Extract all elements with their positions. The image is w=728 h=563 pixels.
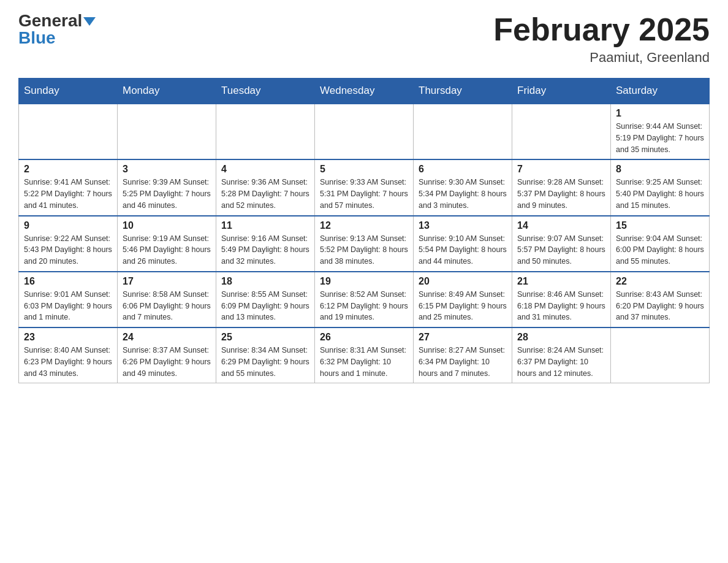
logo-triangle-icon — [83, 17, 96, 26]
calendar-cell: 4Sunrise: 9:36 AM Sunset: 5:28 PM Daylig… — [216, 159, 315, 215]
day-number: 10 — [123, 220, 211, 231]
day-info: Sunrise: 8:43 AM Sunset: 6:20 PM Dayligh… — [616, 289, 704, 323]
calendar-cell: 9Sunrise: 9:22 AM Sunset: 5:43 PM Daylig… — [19, 216, 118, 272]
day-number: 24 — [123, 332, 211, 343]
day-number: 21 — [517, 276, 605, 287]
calendar-cell: 17Sunrise: 8:58 AM Sunset: 6:06 PM Dayli… — [118, 272, 216, 327]
calendar-cell — [19, 104, 118, 159]
header-row: SundayMondayTuesdayWednesdayThursdayFrid… — [19, 79, 710, 104]
day-info: Sunrise: 9:41 AM Sunset: 5:22 PM Dayligh… — [24, 177, 112, 211]
day-number: 12 — [320, 220, 408, 231]
header-day-sunday: Sunday — [19, 79, 118, 104]
month-title: February 2025 — [493, 12, 710, 47]
week-row-2: 9Sunrise: 9:22 AM Sunset: 5:43 PM Daylig… — [19, 216, 710, 272]
week-row-0: 1Sunrise: 9:44 AM Sunset: 5:19 PM Daylig… — [19, 104, 710, 159]
calendar-cell: 3Sunrise: 9:39 AM Sunset: 5:25 PM Daylig… — [118, 159, 216, 215]
day-info: Sunrise: 9:39 AM Sunset: 5:25 PM Dayligh… — [123, 177, 211, 211]
title-block: February 2025 Paamiut, Greenland — [493, 12, 710, 66]
day-number: 28 — [517, 332, 605, 343]
header-day-friday: Friday — [512, 79, 611, 104]
day-number: 19 — [320, 276, 408, 287]
day-info: Sunrise: 8:40 AM Sunset: 6:23 PM Dayligh… — [24, 345, 112, 379]
day-number: 6 — [419, 164, 507, 175]
day-info: Sunrise: 9:36 AM Sunset: 5:28 PM Dayligh… — [221, 177, 309, 211]
calendar-cell: 2Sunrise: 9:41 AM Sunset: 5:22 PM Daylig… — [19, 159, 118, 215]
day-info: Sunrise: 9:04 AM Sunset: 6:00 PM Dayligh… — [616, 233, 704, 267]
day-number: 22 — [616, 276, 704, 287]
calendar-cell: 19Sunrise: 8:52 AM Sunset: 6:12 PM Dayli… — [315, 272, 414, 327]
day-info: Sunrise: 8:49 AM Sunset: 6:15 PM Dayligh… — [419, 289, 507, 323]
day-number: 23 — [24, 332, 112, 343]
header-day-thursday: Thursday — [414, 79, 512, 104]
day-number: 26 — [320, 332, 408, 343]
logo-general-text: General — [18, 11, 82, 30]
calendar-cell — [118, 104, 216, 159]
calendar-cell: 20Sunrise: 8:49 AM Sunset: 6:15 PM Dayli… — [414, 272, 512, 327]
day-number: 9 — [24, 220, 112, 231]
day-number: 11 — [221, 220, 309, 231]
calendar-cell: 22Sunrise: 8:43 AM Sunset: 6:20 PM Dayli… — [611, 272, 710, 327]
day-number: 27 — [419, 332, 507, 343]
calendar-cell: 13Sunrise: 9:10 AM Sunset: 5:54 PM Dayli… — [414, 216, 512, 272]
week-row-4: 23Sunrise: 8:40 AM Sunset: 6:23 PM Dayli… — [19, 327, 710, 383]
logo-blue-text: Blue — [18, 29, 56, 47]
calendar-body: 1Sunrise: 9:44 AM Sunset: 5:19 PM Daylig… — [19, 104, 710, 383]
calendar-cell: 1Sunrise: 9:44 AM Sunset: 5:19 PM Daylig… — [611, 104, 710, 159]
logo-general-line: General — [18, 12, 96, 29]
page-header: General Blue February 2025 Paamiut, Gree… — [18, 12, 710, 66]
calendar-cell — [611, 327, 710, 383]
day-info: Sunrise: 9:30 AM Sunset: 5:34 PM Dayligh… — [419, 177, 507, 211]
week-row-3: 16Sunrise: 9:01 AM Sunset: 6:03 PM Dayli… — [19, 272, 710, 327]
week-row-1: 2Sunrise: 9:41 AM Sunset: 5:22 PM Daylig… — [19, 159, 710, 215]
day-info: Sunrise: 8:58 AM Sunset: 6:06 PM Dayligh… — [123, 289, 211, 323]
calendar-cell — [216, 104, 315, 159]
day-info: Sunrise: 8:24 AM Sunset: 6:37 PM Dayligh… — [517, 345, 605, 379]
day-info: Sunrise: 9:22 AM Sunset: 5:43 PM Dayligh… — [24, 233, 112, 267]
day-number: 17 — [123, 276, 211, 287]
calendar-cell: 14Sunrise: 9:07 AM Sunset: 5:57 PM Dayli… — [512, 216, 611, 272]
calendar-cell: 21Sunrise: 8:46 AM Sunset: 6:18 PM Dayli… — [512, 272, 611, 327]
calendar-cell: 23Sunrise: 8:40 AM Sunset: 6:23 PM Dayli… — [19, 327, 118, 383]
calendar-cell: 7Sunrise: 9:28 AM Sunset: 5:37 PM Daylig… — [512, 159, 611, 215]
day-number: 1 — [616, 108, 704, 119]
calendar-cell: 24Sunrise: 8:37 AM Sunset: 6:26 PM Dayli… — [118, 327, 216, 383]
day-info: Sunrise: 9:16 AM Sunset: 5:49 PM Dayligh… — [221, 233, 309, 267]
day-number: 13 — [419, 220, 507, 231]
header-day-monday: Monday — [118, 79, 216, 104]
day-info: Sunrise: 8:27 AM Sunset: 6:34 PM Dayligh… — [419, 345, 507, 379]
day-number: 8 — [616, 164, 704, 175]
calendar-cell: 10Sunrise: 9:19 AM Sunset: 5:46 PM Dayli… — [118, 216, 216, 272]
day-info: Sunrise: 9:25 AM Sunset: 5:40 PM Dayligh… — [616, 177, 704, 211]
calendar-cell: 28Sunrise: 8:24 AM Sunset: 6:37 PM Dayli… — [512, 327, 611, 383]
day-info: Sunrise: 9:07 AM Sunset: 5:57 PM Dayligh… — [517, 233, 605, 267]
day-number: 3 — [123, 164, 211, 175]
day-number: 14 — [517, 220, 605, 231]
day-number: 16 — [24, 276, 112, 287]
calendar-cell: 26Sunrise: 8:31 AM Sunset: 6:32 PM Dayli… — [315, 327, 414, 383]
header-day-saturday: Saturday — [611, 79, 710, 104]
day-info: Sunrise: 9:01 AM Sunset: 6:03 PM Dayligh… — [24, 289, 112, 323]
day-number: 4 — [221, 164, 309, 175]
calendar-header: SundayMondayTuesdayWednesdayThursdayFrid… — [19, 79, 710, 104]
calendar-cell: 18Sunrise: 8:55 AM Sunset: 6:09 PM Dayli… — [216, 272, 315, 327]
location-subtitle: Paamiut, Greenland — [493, 50, 710, 66]
day-number: 7 — [517, 164, 605, 175]
calendar-cell: 6Sunrise: 9:30 AM Sunset: 5:34 PM Daylig… — [414, 159, 512, 215]
day-info: Sunrise: 9:19 AM Sunset: 5:46 PM Dayligh… — [123, 233, 211, 267]
day-number: 15 — [616, 220, 704, 231]
calendar-cell: 16Sunrise: 9:01 AM Sunset: 6:03 PM Dayli… — [19, 272, 118, 327]
calendar-cell — [315, 104, 414, 159]
day-info: Sunrise: 9:44 AM Sunset: 5:19 PM Dayligh… — [616, 121, 704, 155]
day-info: Sunrise: 9:28 AM Sunset: 5:37 PM Dayligh… — [517, 177, 605, 211]
day-info: Sunrise: 8:31 AM Sunset: 6:32 PM Dayligh… — [320, 345, 408, 379]
day-info: Sunrise: 9:33 AM Sunset: 5:31 PM Dayligh… — [320, 177, 408, 211]
header-day-wednesday: Wednesday — [315, 79, 414, 104]
day-info: Sunrise: 8:37 AM Sunset: 6:26 PM Dayligh… — [123, 345, 211, 379]
calendar-cell: 15Sunrise: 9:04 AM Sunset: 6:00 PM Dayli… — [611, 216, 710, 272]
calendar-cell: 12Sunrise: 9:13 AM Sunset: 5:52 PM Dayli… — [315, 216, 414, 272]
logo: General Blue — [18, 12, 96, 47]
calendar-cell: 11Sunrise: 9:16 AM Sunset: 5:49 PM Dayli… — [216, 216, 315, 272]
day-info: Sunrise: 8:55 AM Sunset: 6:09 PM Dayligh… — [221, 289, 309, 323]
day-number: 20 — [419, 276, 507, 287]
day-number: 25 — [221, 332, 309, 343]
